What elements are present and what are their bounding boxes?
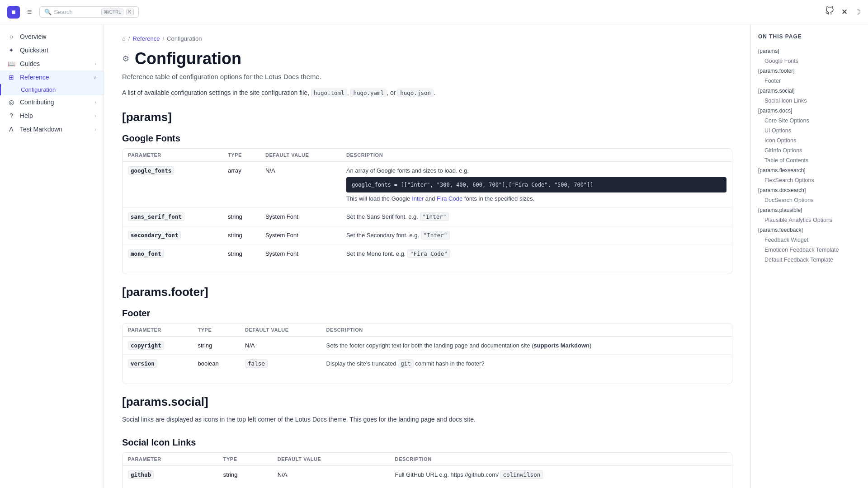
sidebar-item-label: Contributing	[20, 99, 90, 106]
type-cell: string	[222, 208, 260, 226]
col-parameter: PARAMETER	[123, 453, 218, 466]
desc-cell: An array of Google fonts and sizes to lo…	[341, 162, 732, 208]
toc-social-icon-links[interactable]: Social Icon Links	[758, 96, 861, 106]
desc-cell: Set the Secondary font. e.g. "Inter"	[341, 226, 732, 245]
desc-cell: Display the site's truncated git commit …	[321, 355, 732, 373]
toc-params-flexsearch[interactable]: [params.flexsearch]	[758, 165, 861, 175]
search-bar[interactable]: 🔍 Search ⌘/CTRL K	[39, 6, 139, 18]
param-sans-serif-font: sans_serif_font	[128, 212, 184, 221]
test-markdown-icon: Λ	[7, 126, 15, 133]
chevron-down-icon: ∨	[93, 75, 96, 80]
right-toc: ON THIS PAGE [params] Google Fonts [para…	[750, 24, 868, 488]
twitter-icon[interactable]: ✕	[841, 8, 847, 16]
toc-emoticon-feedback[interactable]: Emoticon Feedback Template	[758, 245, 861, 255]
google-fonts-heading: Google Fonts	[122, 133, 732, 144]
desc-cell: Sets the footer copyright text for both …	[321, 336, 732, 355]
col-default: DEFAULT VALUE	[272, 453, 390, 466]
table-row: google_fonts array N/A An array of Googl…	[123, 162, 732, 208]
param-copyright: copyright	[128, 341, 164, 350]
default-cell: System Font	[260, 244, 341, 263]
sidebar-item-guides[interactable]: 📖 Guides ›	[0, 57, 104, 70]
toc-params-feedback[interactable]: [params.feedback]	[758, 225, 861, 235]
toc-footer[interactable]: Footer	[758, 76, 861, 86]
search-placeholder: Search	[54, 9, 99, 15]
topnav-right: ✕ ☽	[825, 6, 861, 18]
table-row: secondary_font string System Font Set th…	[123, 226, 732, 245]
sidebar-item-reference[interactable]: ⊞ Reference ∨	[0, 70, 104, 84]
table-row: sans_serif_font string System Font Set t…	[123, 208, 732, 226]
config-file-3: hugo.json	[397, 89, 434, 97]
layout: ○ Overview ✦ Quickstart 📖 Guides › ⊞ Ref…	[0, 24, 868, 488]
toc-plausible-analytics[interactable]: Plausible Analytics Options	[758, 215, 861, 225]
desc-cell: Set the Sans Serif font. e.g. "Inter"	[341, 208, 732, 226]
toc-ui-options[interactable]: UI Options	[758, 126, 861, 136]
sidebar-item-test-markdown[interactable]: Λ Test Markdown ›	[0, 122, 104, 136]
sidebar-item-contributing[interactable]: ◎ Contributing ›	[0, 95, 104, 109]
toc-params-footer[interactable]: [params.footer]	[758, 66, 861, 76]
github-icon[interactable]	[825, 6, 834, 18]
page-title-row: ⚙ Configuration	[122, 49, 732, 68]
default-cell: N/A	[240, 336, 321, 355]
toc-params-social[interactable]: [params.social]	[758, 86, 861, 96]
main-content: ⌂ / Reference / Configuration ⚙ Configur…	[104, 24, 750, 488]
hamburger-button[interactable]: ≡	[25, 5, 34, 19]
toc-params-plausible[interactable]: [params.plausible]	[758, 205, 861, 215]
default-cell: System Font	[260, 226, 341, 245]
sidebar-item-help[interactable]: ? Help ›	[0, 109, 104, 122]
logo[interactable]: ■	[7, 6, 20, 19]
sidebar-item-overview[interactable]: ○ Overview	[0, 30, 104, 43]
toc-default-feedback[interactable]: Default Feedback Template	[758, 255, 861, 265]
sidebar-subitem-configuration[interactable]: Configuration	[0, 84, 104, 95]
overview-icon: ○	[7, 33, 15, 40]
config-file-2: hugo.yaml	[350, 89, 387, 97]
footer-subheading: Footer	[122, 308, 732, 319]
params-heading: [params]	[122, 110, 732, 124]
sidebar-item-label: Overview	[20, 33, 96, 40]
toc-core-site-options[interactable]: Core Site Options	[758, 116, 861, 126]
contributing-icon: ◎	[7, 99, 15, 106]
theme-toggle-icon[interactable]: ☽	[854, 8, 861, 16]
breadcrumb-reference[interactable]: Reference	[132, 35, 160, 42]
sidebar-item-label: Guides	[20, 60, 90, 67]
inter-link[interactable]: Inter	[412, 195, 424, 202]
param-version: version	[128, 359, 157, 368]
inline-code: "Inter"	[421, 231, 450, 239]
col-description: DESCRIPTION	[321, 324, 732, 337]
default-false: false	[245, 359, 268, 368]
page-subtitle: Reference table of configuration options…	[122, 73, 732, 80]
type-cell: boolean	[192, 355, 240, 373]
table-row: copyright string N/A Sets the footer cop…	[123, 336, 732, 355]
search-shortcut2: K	[126, 9, 134, 15]
default-cell: false	[240, 355, 321, 373]
type-cell: string	[192, 336, 240, 355]
home-icon[interactable]: ⌂	[122, 35, 126, 42]
sidebar-item-label: Test Markdown	[20, 126, 90, 133]
toc-table-of-contents[interactable]: Table of Contents	[758, 155, 861, 165]
breadcrumb: ⌂ / Reference / Configuration	[122, 35, 732, 42]
chevron-right-icon: ›	[95, 61, 96, 66]
toc-icon-options[interactable]: Icon Options	[758, 136, 861, 145]
toc-gitinfo-options[interactable]: GitInfo Options	[758, 145, 861, 155]
params-footer-heading: [params.footer]	[122, 285, 732, 299]
google-fonts-table-wrapper: PARAMETER TYPE DEFAULT VALUE DESCRIPTION…	[122, 148, 732, 274]
page-title-icon: ⚙	[122, 54, 129, 64]
default-cell: N/A	[260, 162, 341, 208]
sidebar-item-label: Reference	[20, 74, 89, 81]
toc-feedback-widget[interactable]: Feedback Widget	[758, 235, 861, 245]
type-cell: string	[222, 244, 260, 263]
inline-code: "Fira Code"	[407, 249, 450, 258]
toc-params[interactable]: [params]	[758, 46, 861, 56]
type-cell: string	[222, 226, 260, 245]
footer-table: PARAMETER TYPE DEFAULT VALUE DESCRIPTION…	[123, 324, 732, 373]
toc-params-docsearch[interactable]: [params.docsearch]	[758, 185, 861, 195]
fira-code-link[interactable]: Fira Code	[437, 195, 462, 202]
toc-params-docs[interactable]: [params.docs]	[758, 106, 861, 116]
git-code: git	[398, 359, 414, 368]
sidebar-item-quickstart[interactable]: ✦ Quickstart	[0, 43, 104, 57]
col-type: TYPE	[218, 453, 272, 466]
param-mono-font: mono_font	[128, 249, 164, 258]
toc-docsearch-options[interactable]: DocSearch Options	[758, 195, 861, 205]
toc-google-fonts[interactable]: Google Fonts	[758, 56, 861, 66]
reference-icon: ⊞	[7, 74, 15, 81]
toc-flexsearch-options[interactable]: FlexSearch Options	[758, 175, 861, 185]
